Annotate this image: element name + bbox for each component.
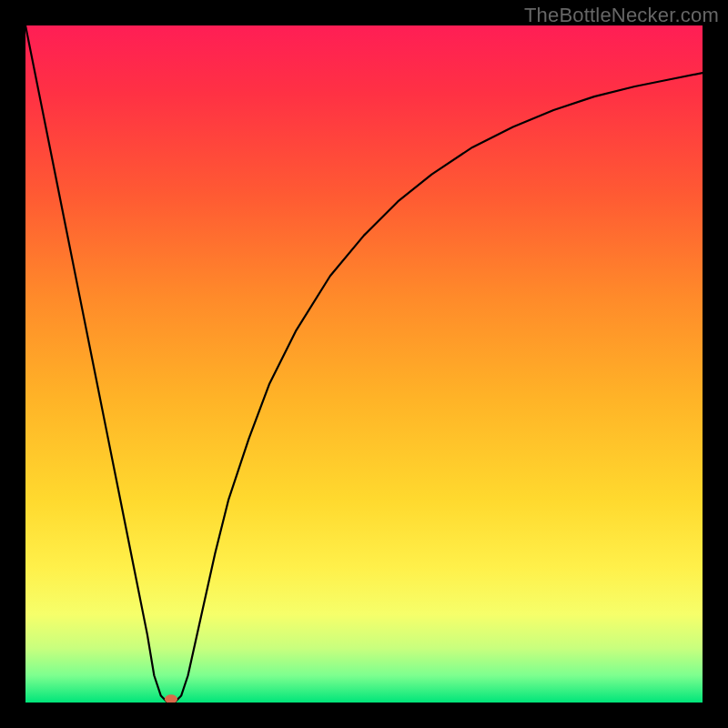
plot-area — [25, 25, 703, 703]
chart-svg — [25, 25, 703, 703]
gradient-background — [25, 25, 703, 703]
watermark-text: TheBottleNecker.com — [524, 4, 719, 27]
chart-frame: TheBottleNecker.com — [0, 0, 728, 728]
